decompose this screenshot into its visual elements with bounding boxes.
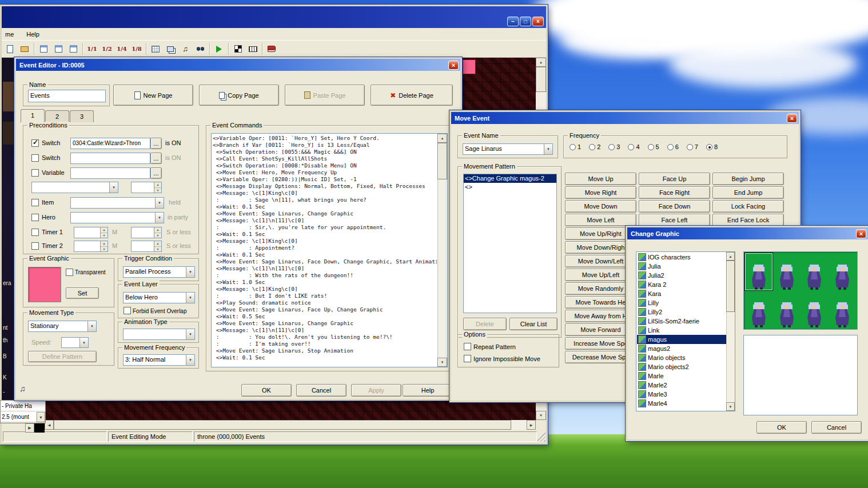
event-command-line[interactable]: <>Message: \c[1]King\c[0] xyxy=(213,190,437,197)
jump-command-button[interactable]: Lock Facing xyxy=(712,200,784,213)
frequency-radio-3[interactable]: 3 xyxy=(608,143,620,150)
graphic-list-item[interactable]: Mario objects xyxy=(637,353,726,362)
move-event-close-icon[interactable] xyxy=(787,114,797,123)
timer2-checkbox[interactable] xyxy=(31,242,39,250)
switch1-browse-button[interactable]: ... xyxy=(150,138,162,149)
sprite-cell-selected[interactable] xyxy=(745,253,773,290)
forbid-overlap-checkbox[interactable] xyxy=(124,307,131,314)
delete-pattern-button[interactable]: Delete xyxy=(463,318,507,330)
event-name-dropdown[interactable]: Sage Linarus xyxy=(463,143,553,155)
frequency-radio-1[interactable]: 1 xyxy=(570,143,581,150)
movement-type-dropdown[interactable]: Stationary xyxy=(28,321,97,332)
event-command-line[interactable]: <>Move Event: Sage Linarus, Face Down, C… xyxy=(213,258,437,265)
graphic-list-item[interactable]: Kara 2 xyxy=(637,280,726,289)
cascade-icon[interactable] xyxy=(163,42,178,56)
event-command-line[interactable]: <>Branch if Var [0011: `Hero_Y] is 13 Le… xyxy=(213,142,437,149)
event-command-line[interactable]: <>Wait: 1.0 Sec xyxy=(213,279,437,286)
event-command-line[interactable]: <>Message: \c[1]\n[11]\c[0] xyxy=(213,265,437,272)
switch1-checkbox[interactable] xyxy=(31,139,39,147)
delete-page-button[interactable]: Delete Page xyxy=(371,85,453,106)
timer2-seconds-spinner[interactable] xyxy=(131,241,162,252)
event-command-line[interactable]: <>Switch Operation: [0055:&&& Magic &&&]… xyxy=(213,149,437,155)
event-command-line[interactable]: <>Wait: 0.1 Sec xyxy=(213,203,437,210)
graphic-listbox[interactable]: IOG charactersJuliaJulia2Kara 2KaraLilly… xyxy=(636,251,735,411)
keyboard-icon[interactable] xyxy=(245,42,260,56)
event-command-line[interactable]: <>Move Event: Sage Linarus, Change Graph… xyxy=(213,320,437,327)
apply-button[interactable]: Apply xyxy=(351,384,401,397)
tab-2[interactable]: 2 xyxy=(45,110,69,122)
event-command-line[interactable]: : : Sir,\. you're late for your appointm… xyxy=(213,224,437,231)
variable-compare-dropdown[interactable] xyxy=(31,182,118,193)
frequency-radio-6[interactable]: 6 xyxy=(667,143,679,150)
zoom-1-8-button[interactable]: 1/8 xyxy=(129,42,144,56)
switch2-browse-button[interactable]: ... xyxy=(150,153,162,164)
sprite-cell[interactable] xyxy=(773,253,801,290)
define-pattern-button[interactable]: Define Pattern xyxy=(28,351,97,362)
scroll-up-button[interactable] xyxy=(726,252,735,261)
event-command-line[interactable]: <>Play Sound: dramatic notice xyxy=(213,299,437,306)
graphic-list-item[interactable]: magus2 xyxy=(637,344,726,353)
change-graphic-titlebar[interactable]: Change Graphic xyxy=(627,227,868,239)
timer1-minutes-spinner[interactable] xyxy=(74,227,108,238)
page-icon[interactable] xyxy=(2,42,17,56)
paste-page-button[interactable]: Paste Page xyxy=(285,85,365,106)
variable-checkbox[interactable] xyxy=(31,169,39,177)
zoom-1-2-button[interactable]: 1/2 xyxy=(99,42,114,56)
spin-down-icon[interactable] xyxy=(154,247,161,252)
binoculars-icon[interactable] xyxy=(193,42,208,56)
move-command-button[interactable]: Move Left xyxy=(565,214,636,226)
menu-item-game[interactable]: me xyxy=(3,30,15,38)
grid-icon[interactable] xyxy=(148,42,163,56)
event-command-line[interactable]: <>Wait: 0.1 Sec xyxy=(213,354,437,361)
graphic-list-item[interactable]: Julia2 xyxy=(637,271,726,280)
spin-up-icon[interactable] xyxy=(101,227,107,233)
event-command-line[interactable]: <>Wait: 0.1 Sec xyxy=(213,251,437,258)
spin-up-icon[interactable] xyxy=(101,241,107,247)
set-graphic-button[interactable]: Set xyxy=(66,287,99,299)
help-button[interactable]: Help xyxy=(403,384,453,397)
change-graphic-close-icon[interactable] xyxy=(856,229,866,238)
event-command-line[interactable]: <>Wait: 0.1 Sec xyxy=(213,231,437,238)
variable-browse-button[interactable]: ... xyxy=(150,167,162,179)
database-icon-2[interactable] xyxy=(51,42,66,56)
spin-down-icon[interactable] xyxy=(154,188,161,193)
event-command-line[interactable]: <>Variable Oper: [0011: `Hero_Y] Set, He… xyxy=(213,135,437,142)
face-command-button[interactable]: Face Left xyxy=(639,214,710,226)
graphic-list-item[interactable]: Link xyxy=(637,326,726,335)
hero-checkbox[interactable] xyxy=(31,214,39,221)
event-layer-dropdown[interactable]: Below Hero xyxy=(123,292,195,303)
new-page-button[interactable]: New Page xyxy=(113,85,193,106)
item-dropdown[interactable] xyxy=(70,197,164,209)
commands-vscroll-thumb[interactable] xyxy=(437,143,447,179)
event-command-line[interactable]: <>Message: \c[1]King\c[0] xyxy=(213,238,437,245)
event-command-line[interactable]: <>Move Event: Hero, Move Frequency Up xyxy=(213,169,437,176)
scroll-down-button[interactable] xyxy=(437,358,447,367)
event-command-line[interactable]: <>Message: \c[1]\n[11]\c[0] xyxy=(213,217,437,224)
database-icon-3[interactable] xyxy=(66,42,81,56)
sprite-cell[interactable] xyxy=(801,253,829,290)
jump-command-button[interactable]: End Face Lock xyxy=(712,214,784,226)
frequency-radio-5[interactable]: 5 xyxy=(648,143,659,150)
repeat-pattern-checkbox[interactable] xyxy=(464,343,471,350)
pattern-list-item[interactable]: <> xyxy=(464,183,556,191)
scroll-up-button[interactable] xyxy=(437,134,447,143)
event-command-line[interactable]: <>Wait: 0.5 Sec xyxy=(213,313,437,320)
graphic-list-item[interactable]: Marle3 xyxy=(637,390,726,399)
animation-type-dropdown[interactable] xyxy=(123,329,195,340)
graphic-list-item[interactable]: IOG characters xyxy=(637,253,726,262)
corner-line-1[interactable]: - Private Ha xyxy=(1,401,45,411)
timer2-minutes-spinner[interactable] xyxy=(74,241,108,252)
event-name-input[interactable]: Events xyxy=(28,90,106,102)
jump-command-button[interactable]: End Jump xyxy=(712,186,784,199)
sprite-preview[interactable] xyxy=(743,251,858,330)
spin-down-icon[interactable] xyxy=(154,233,161,238)
tab-1[interactable]: 1 xyxy=(21,109,45,122)
event-command-line[interactable]: <>Message: \c[1]\n[11]\c[0] xyxy=(213,327,437,334)
graphic-list-item[interactable]: magus xyxy=(637,335,726,344)
event-editor-close-icon[interactable] xyxy=(448,61,459,70)
face-command-button[interactable]: Face Up xyxy=(639,173,710,185)
hscroll-thumb[interactable] xyxy=(54,420,511,430)
graphic-list-item[interactable]: Lilly xyxy=(637,298,726,307)
event-command-line[interactable]: <>Variable Oper: [0280:))|Music ID] Set,… xyxy=(213,176,437,183)
scroll-right-button[interactable] xyxy=(527,420,536,430)
